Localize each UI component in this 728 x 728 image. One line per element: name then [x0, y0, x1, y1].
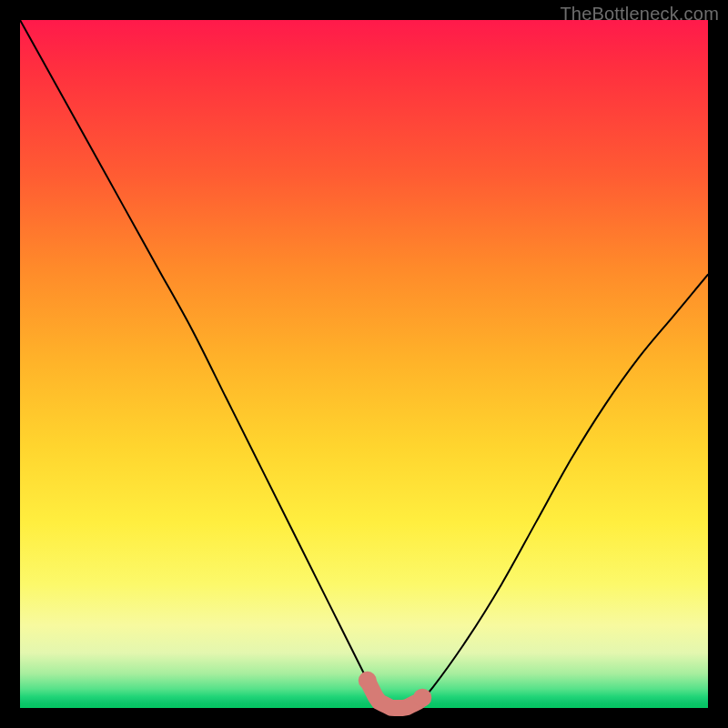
optimal-band-end-dot — [413, 689, 431, 707]
plot-area — [20, 20, 708, 708]
chart-frame: TheBottleneck.com — [0, 0, 728, 728]
optimal-band-start-dot — [359, 672, 377, 690]
curve-svg — [20, 20, 708, 708]
bottleneck-curve — [20, 20, 708, 709]
